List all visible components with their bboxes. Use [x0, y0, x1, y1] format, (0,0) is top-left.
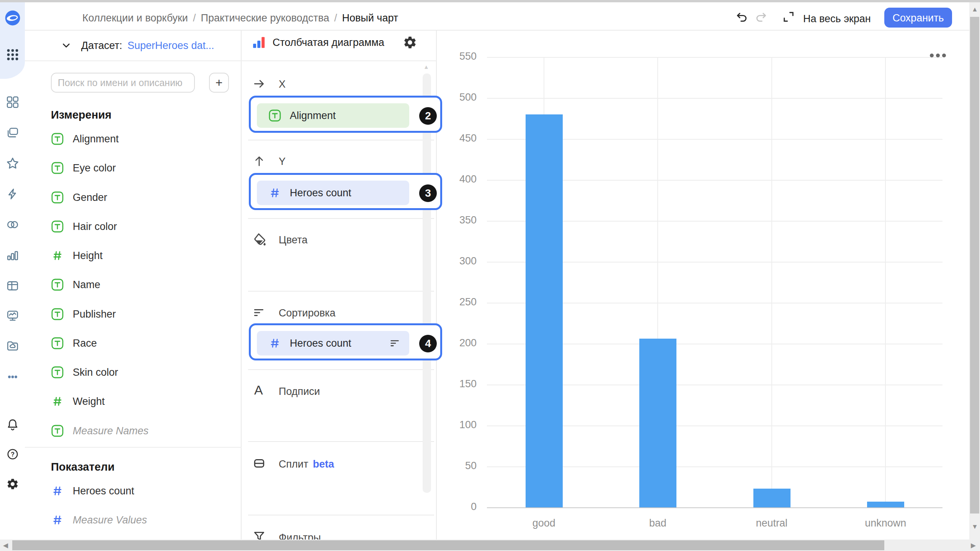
bar-unknown[interactable]: [867, 502, 904, 507]
divider: [25, 447, 242, 448]
sidebar-item-widgets[interactable]: [5, 94, 21, 110]
redo-button[interactable]: [754, 10, 768, 24]
field-label: Weight: [73, 396, 105, 408]
dimension-hair-color[interactable]: Hair color: [51, 219, 117, 234]
chevron-down-icon: [60, 40, 72, 51]
field-label: Heroes count: [73, 485, 134, 497]
scroll-up-arrow[interactable]: ▲: [972, 6, 978, 13]
field-label: Publisher: [73, 308, 116, 320]
sidebar-item-monitoring[interactable]: [5, 308, 21, 324]
field-label: Measure Names: [73, 425, 149, 437]
breadcrumb-collections[interactable]: Коллекции и воркбуки: [82, 12, 188, 24]
vertical-scrollbar[interactable]: ▲ ▼: [969, 2, 980, 540]
sort-field-heroes-count[interactable]: Heroes count: [257, 331, 409, 355]
breadcrumb-guides[interactable]: Практические руководства: [201, 12, 329, 24]
breadcrumb-separator: /: [334, 12, 337, 24]
number-field-icon: [268, 337, 281, 350]
sidebar-item-quick-actions[interactable]: [5, 186, 21, 202]
sort-section-icon: [253, 306, 266, 319]
dimension-weight[interactable]: Weight: [51, 394, 105, 409]
number-field-icon: [51, 249, 64, 262]
sidebar-item-charts[interactable]: [5, 247, 21, 263]
sidebar-item-storage[interactable]: [5, 337, 21, 354]
sidebar-item-favorites[interactable]: [5, 155, 21, 171]
scroll-down-arrow[interactable]: ▼: [972, 523, 978, 530]
bar-bad[interactable]: [639, 339, 676, 507]
dimension-eye-color[interactable]: Eye color: [51, 160, 116, 176]
sidebar-item-tables[interactable]: [5, 278, 21, 294]
arrow-right-icon: [253, 77, 266, 90]
field-label: Skin color: [73, 367, 118, 378]
venn-circles-icon: [6, 218, 19, 231]
labels-section-label[interactable]: Подписи: [279, 386, 320, 398]
y-axis-icon: [253, 155, 266, 168]
dimension-gender[interactable]: Gender: [51, 190, 107, 205]
breadcrumb: Коллекции и воркбуки / Практические руко…: [82, 12, 398, 24]
y-tick-label: 400: [437, 173, 477, 185]
colors-section-label[interactable]: Цвета: [279, 234, 307, 246]
chart-more-menu[interactable]: [930, 54, 946, 57]
save-button[interactable]: Сохранить: [884, 8, 952, 28]
divider: [248, 441, 434, 442]
fullscreen-label[interactable]: На весь экран: [803, 13, 871, 25]
sidebar-item-collections[interactable]: [5, 125, 21, 141]
text-field-icon: [51, 366, 64, 379]
help-button[interactable]: ?: [5, 446, 21, 462]
chart-settings-button[interactable]: [403, 35, 417, 50]
measure-heroes-count[interactable]: Heroes count: [51, 483, 134, 499]
dimension-race[interactable]: Race: [51, 336, 97, 351]
dimension-publisher[interactable]: Publisher: [51, 306, 116, 322]
scroll-right-arrow[interactable]: ▶: [971, 542, 976, 549]
sort-direction-icon[interactable]: [389, 337, 401, 349]
sidebar-item-more[interactable]: [5, 369, 21, 385]
column-chart-type-icon: [252, 35, 266, 50]
split-section-label[interactable]: Сплитbeta: [279, 458, 334, 470]
horizontal-scrollbar[interactable]: ◀ ▶: [0, 540, 980, 551]
y-field-heroes-count[interactable]: Heroes count: [257, 181, 409, 205]
search-input[interactable]: [51, 73, 195, 93]
add-field-button[interactable]: +: [209, 73, 229, 93]
dimension-height[interactable]: Height: [51, 248, 103, 263]
horizontal-scrollbar-thumb[interactable]: [12, 540, 884, 550]
bar-neutral[interactable]: [753, 489, 791, 507]
vertical-scrollbar-thumb[interactable]: [970, 17, 979, 514]
expand-button[interactable]: [782, 10, 795, 24]
undo-button[interactable]: [735, 10, 749, 24]
chart-type-selector[interactable]: [252, 35, 266, 50]
divider: [248, 291, 434, 292]
split-section-icon: [253, 457, 266, 470]
annotation-step-2: Alignment 2: [249, 96, 442, 133]
x-field-alignment[interactable]: Alignment: [257, 103, 409, 128]
datalens-logo[interactable]: [5, 10, 21, 26]
field-label: Gender: [73, 192, 107, 204]
apps-grid-icon[interactable]: [5, 47, 21, 63]
dataset-name-link[interactable]: SuperHeroes dat...: [127, 40, 214, 52]
x-tick-label: good: [487, 517, 601, 529]
viz-scroll-up-arrow[interactable]: ▲: [423, 64, 429, 70]
bar-good[interactable]: [526, 114, 563, 507]
sidebar-item-relations[interactable]: [5, 217, 21, 233]
dimension-skin-color[interactable]: Skin color: [51, 365, 118, 380]
scroll-left-arrow[interactable]: ◀: [3, 542, 8, 549]
notifications-button[interactable]: [5, 416, 21, 432]
viz-panel-scrollbar[interactable]: [423, 73, 431, 493]
text-field-icon: [51, 161, 64, 174]
bar-chart-icon: [6, 249, 19, 262]
dimension-name[interactable]: Name: [51, 277, 100, 292]
dimension-measure-names[interactable]: Measure Names: [51, 423, 149, 439]
sort-section-label: Сортировка: [279, 307, 335, 319]
dataset-collapse-button[interactable]: [60, 40, 72, 51]
chart-type-label[interactable]: Столбчатая диаграмма: [273, 37, 384, 49]
y-tick-label: 450: [437, 132, 477, 144]
settings-button[interactable]: [5, 476, 21, 492]
svg-text:?: ?: [11, 451, 15, 458]
divider: [248, 140, 434, 140]
field-label: Eye color: [73, 162, 116, 174]
field-label: Alignment: [73, 133, 119, 145]
dimension-alignment[interactable]: Alignment: [51, 131, 119, 147]
dimensions-title: Измерения: [51, 109, 111, 121]
gridline: [487, 57, 942, 58]
y-tick-label: 50: [437, 460, 477, 472]
labels-section-icon: А: [254, 383, 263, 398]
measure-measure-values[interactable]: Measure Values: [51, 512, 147, 528]
